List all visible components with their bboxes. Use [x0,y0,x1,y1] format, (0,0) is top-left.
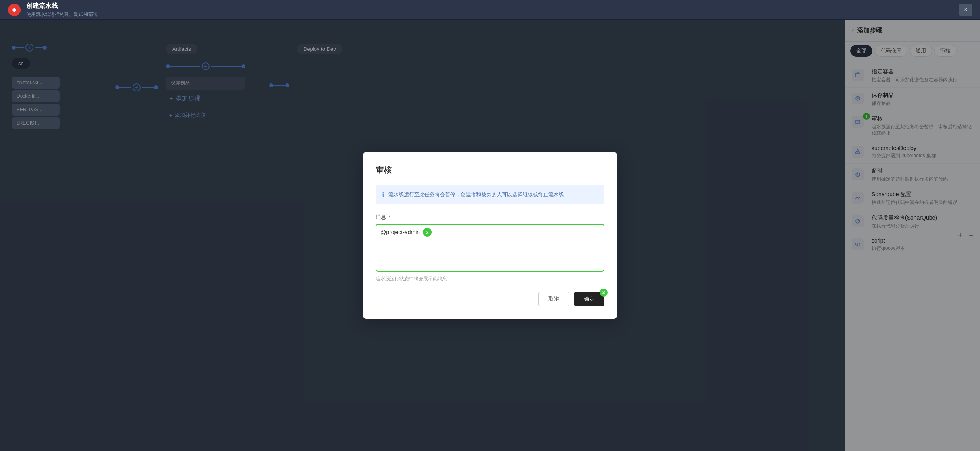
confirm-button[interactable]: 确定 3 [574,292,604,306]
review-modal: 审核 ℹ 流水线运行至此任务将会暂停，创建者和被@的人可以选择继续或终止流水线 … [363,152,617,319]
topbar: 创建流水线 使用流水线进行构建、测试和部署 × [0,0,980,20]
info-icon: ℹ [382,191,384,199]
message-textarea[interactable] [376,224,604,272]
modal-info-box: ℹ 流水线运行至此任务将会暂停，创建者和被@的人可以选择继续或终止流水线 [376,185,604,204]
step-3-badge: 3 [600,289,608,297]
cancel-button[interactable]: 取消 [538,292,569,306]
canvas-area: + sh en.test.ski... Dockerfil... EER_PAS… [0,20,980,451]
modal-overlay: 审核 ℹ 流水线运行至此任务将会暂停，创建者和被@的人可以选择继续或终止流水线 … [0,20,980,451]
modal-info-text: 流水线运行至此任务将会暂停，创建者和被@的人可以选择继续或终止流水线 [388,191,564,199]
page-subtitle: 使用流水线进行构建、测试和部署 [26,11,98,18]
field-label: 消息 * [376,214,604,221]
close-button[interactable]: × [959,4,972,16]
modal-hint: 流水线运行状态中将会展示此消息 [376,276,604,282]
page-title: 创建流水线 [26,2,98,10]
modal-footer: 取消 确定 3 [376,292,604,306]
app-logo [8,4,21,16]
required-mark: * [389,214,391,220]
modal-title: 审核 [376,165,604,175]
